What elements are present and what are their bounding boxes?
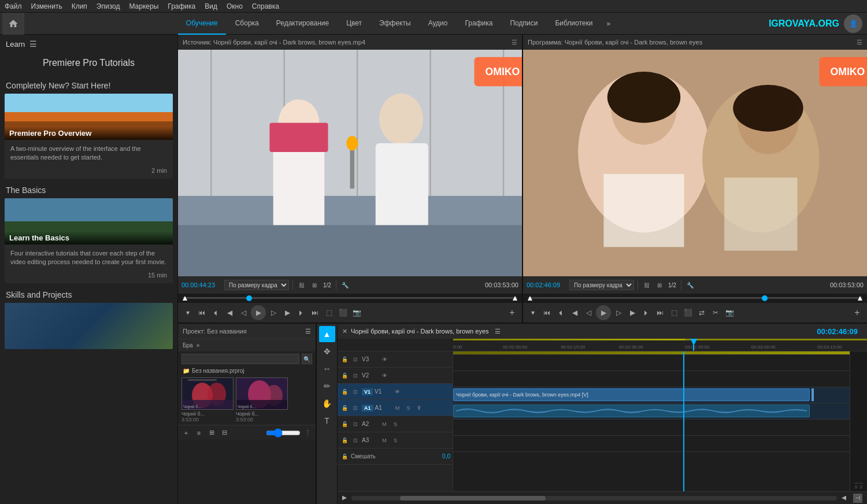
home-button[interactable] <box>2 13 24 35</box>
track-a1-mute[interactable]: M <box>393 403 402 413</box>
source-wrench-btn[interactable]: 🔧 <box>340 280 350 290</box>
tab-editing[interactable]: Редактирование <box>268 13 337 35</box>
source-back-btn[interactable]: ⏴ <box>209 306 222 319</box>
track-v1-lock[interactable]: 🔓 <box>340 387 349 396</box>
prog-step-back-btn[interactable]: ◀ <box>568 306 581 319</box>
project-thumb-1[interactable]: Чорніі б... Чорніі б... 3:53:00 <box>181 377 234 423</box>
track-a1-sync[interactable]: ⊡ <box>351 403 360 413</box>
timeline-close-icon[interactable]: ✕ <box>342 328 347 335</box>
menu-clip[interactable]: Клип <box>72 2 87 10</box>
tab-effects[interactable]: Эффекты <box>371 13 419 35</box>
menu-episode[interactable]: Эпизод <box>97 2 120 10</box>
track-a2-mute[interactable]: M <box>380 420 389 429</box>
menu-window[interactable]: Окно <box>227 2 243 10</box>
source-camera-btn[interactable]: 📷 <box>350 306 363 319</box>
track-a2-sync[interactable]: ⊡ <box>351 420 360 429</box>
source-next-edit-btn[interactable]: ⏭ <box>309 306 321 319</box>
timeline-scroll-handle[interactable] <box>400 496 546 501</box>
source-overwrite-btn[interactable]: ⬛ <box>336 306 349 319</box>
prog-camera-btn[interactable]: 📷 <box>723 306 736 319</box>
source-step-fwd-btn[interactable]: ▶ <box>281 306 294 319</box>
menu-view[interactable]: Вид <box>205 2 217 10</box>
source-safe-btn[interactable]: ⊞ <box>309 280 320 290</box>
tool-text-btn[interactable]: T <box>319 413 335 429</box>
track-a3-sync[interactable]: ⊡ <box>351 436 360 445</box>
proj-icon-btn[interactable]: ⊟ <box>218 427 230 439</box>
source-prev-frame-btn[interactable]: ◁ <box>237 306 250 319</box>
track-v3-lock[interactable]: 🔓 <box>340 355 349 364</box>
tab-graphics[interactable]: Графика <box>457 13 501 35</box>
track-v3-sync[interactable]: ⊡ <box>351 355 360 364</box>
source-next-frame-btn[interactable]: ▷ <box>267 306 280 319</box>
program-wrench-btn[interactable]: 🔧 <box>685 280 695 290</box>
prog-next-frame-btn[interactable]: ▷ <box>612 306 625 319</box>
track-v1-sync[interactable]: ⊡ <box>351 387 360 396</box>
clip-out-handle[interactable] <box>812 388 814 401</box>
track-a3-solo[interactable]: S <box>391 436 400 445</box>
track-v2-sync[interactable]: ⊡ <box>351 371 360 380</box>
more-tabs-button[interactable]: » <box>602 13 615 35</box>
tool-move-btn[interactable]: ✥ <box>319 343 335 360</box>
tab-assembly[interactable]: Сборка <box>227 13 267 35</box>
track-v1-eye[interactable]: 👁 <box>392 387 402 396</box>
project-thumb-2[interactable]: Чорніі б... Чорніі б... 3:53:00 <box>236 377 288 423</box>
source-mark-in-btn[interactable]: ▾ <box>181 306 194 319</box>
tool-select-btn[interactable]: ▲ <box>319 326 335 342</box>
track-v2-eye[interactable]: 👁 <box>380 371 389 380</box>
source-link-btn[interactable]: ⛓ <box>297 280 307 290</box>
program-scrub-bar[interactable] <box>523 294 867 303</box>
source-insert-btn[interactable]: ⬚ <box>323 306 335 319</box>
tool-hand-btn[interactable]: ✋ <box>319 395 335 412</box>
menu-file[interactable]: Файл <box>5 2 22 10</box>
prog-step-fwd-btn[interactable]: ▶ <box>626 306 639 319</box>
prog-play-btn[interactable]: ▶ <box>596 305 611 320</box>
track-a2-lock[interactable]: 🔓 <box>340 420 349 429</box>
proj-grid-btn[interactable]: ⊞ <box>206 427 217 439</box>
program-link-btn[interactable]: ⛓ <box>642 280 652 290</box>
menu-edit[interactable]: Изменить <box>31 2 62 10</box>
tab-learn[interactable]: Обучение <box>178 13 226 35</box>
source-add-btn[interactable]: + <box>506 306 518 319</box>
prog-back-btn[interactable]: ⏴ <box>554 306 567 319</box>
track-a1-solo[interactable]: S <box>404 403 413 413</box>
learn-menu-icon[interactable]: ☰ <box>29 39 37 49</box>
prog-ripple-btn[interactable]: ⇄ <box>695 306 708 319</box>
prog-trim-btn[interactable]: ✂ <box>709 306 722 319</box>
prog-add-btn[interactable]: + <box>851 306 864 319</box>
proj-list-btn[interactable]: ≡ <box>193 427 205 439</box>
track-a1-lock[interactable]: 🔓 <box>340 403 349 413</box>
program-panel-menu-icon[interactable]: ☰ <box>857 39 862 46</box>
timeline-menu-icon[interactable]: ☰ <box>495 328 501 335</box>
project-search-input[interactable] <box>181 354 299 364</box>
proj-menu-btn[interactable]: ⋮ <box>302 427 313 439</box>
tab-audio[interactable]: Аудио <box>420 13 456 35</box>
track-v3-eye[interactable]: 👁 <box>380 355 389 364</box>
project-menu-icon[interactable]: ☰ <box>305 328 311 335</box>
video-clip-v1[interactable]: Чорнії брови, карії очі - Dark brows, br… <box>453 388 810 401</box>
audio-clip-a1[interactable] <box>453 405 810 417</box>
scroll-prev-btn[interactable] <box>342 496 347 501</box>
source-step-back-btn[interactable]: ◀ <box>223 306 236 319</box>
tool-pen-btn[interactable]: ✏ <box>319 378 335 394</box>
learn-basics-card[interactable]: Learn the Basics Four interactive tutori… <box>5 198 173 283</box>
proj-zoom-slider[interactable] <box>266 428 301 438</box>
program-fit-dropdown[interactable]: По размеру кадра <box>569 280 634 290</box>
prog-next-edit-btn[interactable]: ⏭ <box>654 306 666 319</box>
scroll-next-btn[interactable] <box>842 496 846 501</box>
source-panel-menu-icon[interactable]: ☰ <box>512 39 517 46</box>
tab-captions[interactable]: Подписи <box>502 13 546 35</box>
tab-color[interactable]: Цвет <box>338 13 370 35</box>
prog-fwd-btn[interactable]: ⏵ <box>640 306 653 319</box>
source-fit-dropdown[interactable]: По размеру кадра <box>224 280 289 290</box>
menu-markers[interactable]: Маркеры <box>129 2 158 10</box>
skills-card[interactable] <box>5 303 173 349</box>
prog-prev-frame-btn[interactable]: ◁ <box>582 306 595 319</box>
track-a2-solo[interactable]: S <box>391 420 400 429</box>
tab-libraries[interactable]: Библиотеки <box>547 13 601 35</box>
project-more-icon[interactable]: » <box>197 342 200 349</box>
project-search-button[interactable]: 🔍 <box>302 354 312 364</box>
go-to-out-btn[interactable]: ⊣ <box>853 494 862 503</box>
program-scrub-handle[interactable] <box>762 295 768 301</box>
tool-razor-btn[interactable]: ↔ <box>319 361 335 377</box>
prog-overwrite-btn[interactable]: ⬛ <box>681 306 694 319</box>
